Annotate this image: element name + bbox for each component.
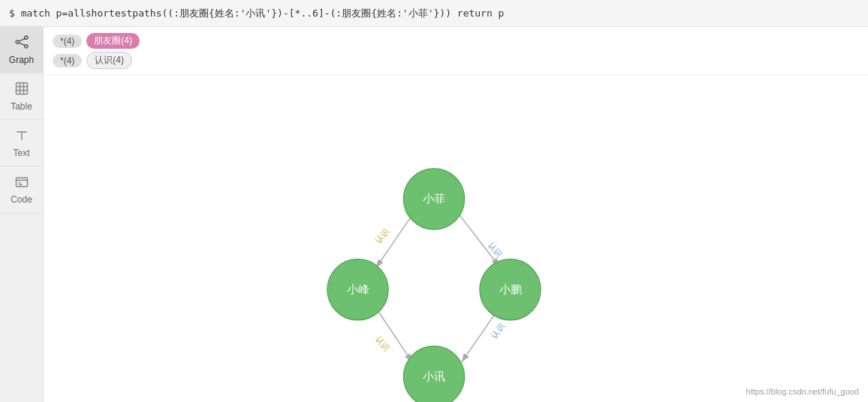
- svg-rect-12: [16, 178, 27, 187]
- graph-area: 认识 认识 认识 认识 小菲 小鹏 小峰: [44, 76, 868, 402]
- sidebar: Graph Table Text: [0, 27, 44, 402]
- tag-friends-circle[interactable]: 朋友圈(4): [86, 33, 140, 49]
- sidebar-text-label: Text: [13, 148, 29, 158]
- tag-all-edges[interactable]: *(4): [53, 54, 82, 68]
- svg-line-3: [19, 38, 25, 41]
- sidebar-item-table[interactable]: Table: [0, 74, 43, 120]
- svg-point-1: [24, 36, 27, 39]
- edge-label-3: 认识: [375, 334, 392, 353]
- sidebar-item-text[interactable]: Text: [0, 120, 43, 166]
- sidebar-item-graph[interactable]: Graph: [0, 27, 43, 74]
- svg-point-2: [24, 45, 27, 48]
- text-icon: [14, 128, 29, 145]
- edge-label-4: 认识: [489, 321, 506, 340]
- edge-label-2: 认识: [487, 241, 504, 260]
- node-xiaopeng-label: 小鹏: [499, 284, 522, 296]
- main-area: Graph Table Text: [0, 27, 868, 402]
- node-xiaoxun-label: 小讯: [423, 370, 445, 382]
- content: *(4) 朋友圈(4) *(4) 认识(4) 认识: [44, 27, 868, 402]
- tag-bar: *(4) 朋友圈(4) *(4) 认识(4): [44, 27, 868, 76]
- tag-all-nodes[interactable]: *(4): [53, 34, 82, 48]
- svg-point-0: [16, 40, 19, 44]
- table-icon: [14, 81, 29, 98]
- graph-svg: 认识 认识 认识 认识 小菲 小鹏 小峰: [44, 76, 868, 402]
- sidebar-table-label: Table: [11, 101, 32, 112]
- sidebar-item-code[interactable]: Code: [0, 166, 43, 213]
- graph-icon: [14, 34, 29, 52]
- svg-line-4: [19, 43, 25, 46]
- tag-row-2: *(4) 认识(4): [53, 52, 859, 69]
- tag-recognize[interactable]: 认识(4): [86, 52, 132, 69]
- query-text: $ match p=allshortestpaths((:朋友圈{姓名:'小讯'…: [9, 7, 504, 20]
- node-xiaofei-label: 小菲: [423, 193, 445, 205]
- watermark: https://blog.csdn.net/fufu_good: [746, 387, 859, 396]
- sidebar-graph-label: Graph: [9, 55, 34, 65]
- edge-label-1: 认识: [374, 226, 391, 245]
- sidebar-code-label: Code: [11, 194, 32, 205]
- code-icon: [14, 174, 29, 191]
- query-bar: $ match p=allshortestpaths((:朋友圈{姓名:'小讯'…: [0, 0, 868, 27]
- node-xiaofeng-label: 小峰: [347, 284, 369, 296]
- svg-rect-5: [16, 83, 27, 94]
- tag-row-1: *(4) 朋友圈(4): [53, 33, 859, 49]
